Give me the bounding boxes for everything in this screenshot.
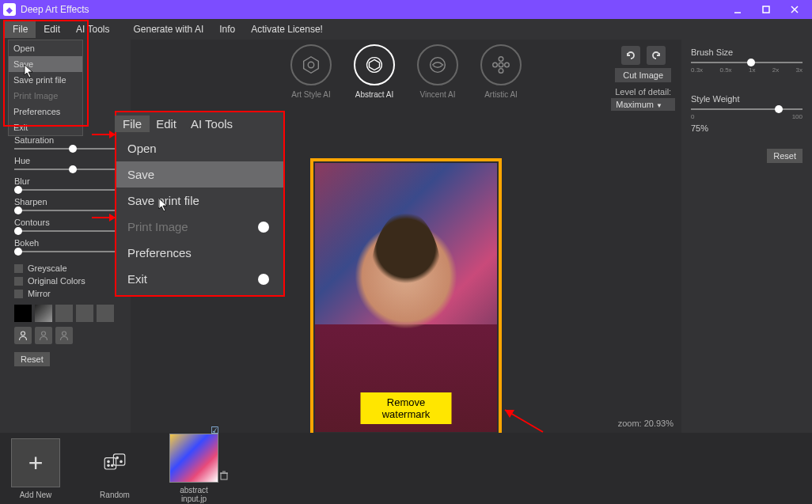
hexagon-icon [300,54,322,76]
svg-rect-17 [113,453,124,464]
reset-button-left[interactable]: Reset [14,352,50,366]
check-greyscale[interactable]: Greyscale [14,263,123,273]
cut-image-panel: Cut Image Level of detail: Maximum ▼ [611,46,675,111]
person-preset-3[interactable] [55,327,73,344]
svg-point-14 [493,63,498,67]
color-swatches [14,305,123,322]
style-weight-label: Style Weight [691,94,803,104]
svg-point-11 [499,63,503,67]
ai-tile-art-style[interactable]: Art Style AI [283,44,339,99]
svg-marker-7 [304,57,319,74]
slider-hue[interactable]: Hue [14,156,123,170]
swatch-grey3[interactable] [97,305,114,322]
slider-blur[interactable]: Blur [14,176,123,191]
svg-rect-16 [104,457,116,468]
swatch-gradient[interactable] [35,305,52,322]
plus-icon: + [28,450,44,476]
svg-point-21 [116,457,118,458]
svg-point-20 [108,464,109,466]
ai-style-row: Art Style AI Abstract AI Vincent AI Arti… [283,44,529,99]
file-menu-save[interactable]: Save [9,56,82,72]
level-of-detail-label: Level of detail: [611,87,675,97]
file-menu-open[interactable]: Open [9,40,82,56]
svg-point-18 [108,460,109,462]
spiral-icon [363,54,385,76]
person-presets [14,327,123,344]
person-preset-2[interactable] [35,327,52,344]
svg-point-12 [499,57,503,62]
svg-point-13 [499,69,503,74]
undo-button[interactable] [621,46,640,65]
svg-marker-9 [369,59,379,70]
swatch-black[interactable] [14,305,32,322]
slider-sharpen[interactable]: Sharpen [14,197,123,211]
titlebar: ◆ Deep Art Effects [0,0,812,19]
ai-tile-abstract[interactable]: Abstract AI [347,44,402,99]
minimize-button[interactable] [723,0,752,19]
svg-point-5 [42,332,46,335]
file-menu-dropdown: Open Save Save print file Print Image Pr… [8,40,83,136]
add-new-tile[interactable]: + Add New [8,438,63,499]
person-preset-1[interactable] [14,327,32,344]
level-of-detail-select[interactable]: Maximum ▼ [611,98,675,111]
maximize-button[interactable] [752,0,780,19]
check-mirror[interactable]: Mirror [14,289,123,298]
swatch-grey1[interactable] [55,305,73,322]
menu-activate[interactable]: Activate License! [243,21,331,38]
svg-rect-1 [763,6,769,13]
svg-point-6 [63,332,66,335]
menu-file[interactable]: File [5,21,36,38]
flower-icon [490,54,512,76]
trash-icon[interactable] [219,471,229,480]
redo-button[interactable] [647,46,666,65]
app-icon: ◆ [3,3,16,16]
close-button[interactable] [780,0,809,19]
menu-info[interactable]: Info [211,21,243,38]
style-weight-value: 75% [691,123,803,133]
annotation-zoom-callout: File Edit AI Tools Open Save Save print … [115,111,285,297]
brush-size-label: Brush Size [691,47,803,57]
slider-contours[interactable]: Contours [14,218,123,232]
app-title: Deep Art Effects [21,4,89,15]
brush-size-marks: 0.3x0.5x1x2x3x [691,66,803,74]
menu-ai-tools[interactable]: AI Tools [68,21,117,38]
slider-saturation[interactable]: Saturation [14,135,123,150]
file-menu-preferences[interactable]: Preferences [9,104,82,119]
svg-point-15 [505,63,510,67]
svg-point-8 [308,62,313,67]
style-weight-marks: 0100 [691,113,803,120]
cursor-icon [24,64,35,78]
menu-edit[interactable]: Edit [36,21,68,38]
remove-watermark-button[interactable]: Remove watermark [361,392,452,424]
app-window: ◆ Deep Art Effects File Edit AI Tools Ge… [0,0,812,504]
svg-rect-23 [221,473,227,479]
check-original-colors[interactable]: Original Colors [14,276,123,286]
ai-tile-vincent[interactable]: Vincent AI [410,44,465,99]
style-weight-slider[interactable] [691,108,803,110]
checkmark-icon: ☑ [211,425,219,436]
svg-point-19 [112,464,113,466]
image-preview[interactable]: Remove watermark [315,163,497,432]
file-menu-exit[interactable]: Exit [9,119,82,135]
slider-bokeh[interactable]: Bokeh [14,238,123,252]
menubar: File Edit AI Tools Generate with AI Info… [0,19,812,40]
cut-image-button[interactable]: Cut Image [615,68,671,82]
swatch-grey2[interactable] [76,305,93,322]
input-image-tile[interactable]: ☑ abstract input.jp [166,434,222,503]
svg-point-22 [120,460,122,462]
dice-icon [102,450,127,476]
random-tile[interactable]: Random [87,438,142,499]
bottom-bar: + Add New Random ☑ abstract input.jp [0,433,812,504]
reset-button-right[interactable]: Reset [767,149,803,163]
ai-tile-artistic[interactable]: Artistic AI [473,44,529,99]
zoom-label: zoom: 20.93% [618,419,674,428]
brush-size-slider[interactable] [691,62,803,63]
right-panel: Brush Size 0.3x0.5x1x2x3x Style Weight 0… [681,40,812,433]
svg-point-4 [21,332,25,335]
swirl-icon [427,54,449,76]
cursor-icon-zoom [158,198,169,212]
menu-generate[interactable]: Generate with AI [126,21,212,38]
file-menu-save-print[interactable]: Save print file [9,72,82,88]
file-menu-print: Print Image [9,88,82,104]
annotation-orange-box: Remove watermark [310,158,502,433]
